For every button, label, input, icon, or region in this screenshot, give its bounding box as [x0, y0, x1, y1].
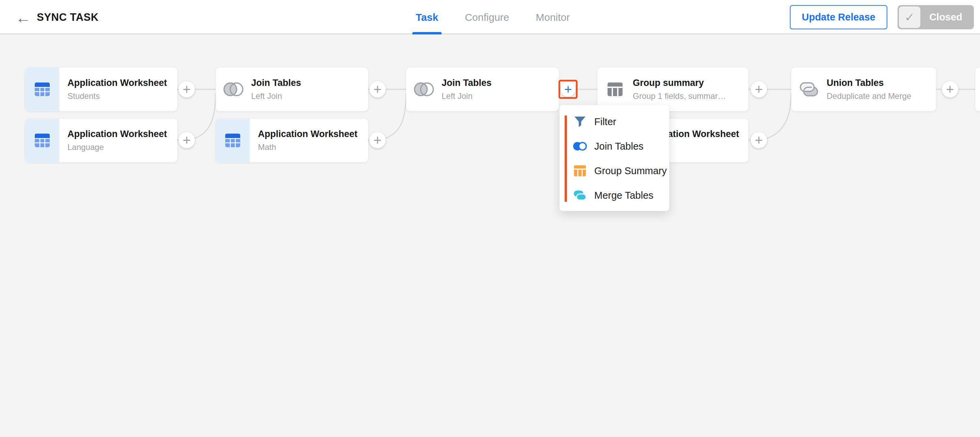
plus-icon: + — [183, 83, 191, 96]
join-icon — [406, 67, 442, 111]
add-step-button[interactable]: + — [942, 81, 958, 97]
group-summary-icon — [573, 165, 587, 176]
node-group-summary[interactable]: Group summary Group 1 fields, summar… — [597, 67, 748, 111]
plus-icon: + — [946, 83, 954, 96]
node-subtitle: Language — [67, 142, 167, 152]
join-tables-icon — [573, 141, 587, 152]
node-title: Group summary — [633, 78, 726, 88]
add-step-button[interactable]: + — [369, 81, 386, 97]
tab-configure[interactable]: Configure — [463, 0, 511, 34]
pipeline-canvas: Application Worksheet Students Join Tabl… — [0, 34, 980, 437]
add-step-button[interactable]: + — [751, 132, 767, 148]
add-step-menu: Filter Join Tables Group Summary — [560, 105, 669, 211]
add-step-button-selected[interactable]: + — [558, 80, 578, 99]
node-title: Application Worksheet — [67, 129, 167, 139]
plus-icon: + — [183, 133, 191, 147]
plus-icon: + — [374, 133, 381, 147]
join-icon — [216, 67, 251, 111]
menu-item-filter[interactable]: Filter — [560, 109, 669, 134]
back-arrow-icon: ← — [16, 9, 31, 26]
table-icon — [25, 67, 59, 111]
toggle-knob: ✓ — [899, 6, 920, 28]
active-tab-indicator — [412, 32, 442, 34]
tab-task[interactable]: Task — [414, 0, 440, 34]
menu-accent-bar — [565, 116, 567, 202]
node-title: Application Worksheet — [258, 129, 358, 139]
closed-toggle-label: Closed — [920, 11, 974, 23]
table-icon — [25, 119, 59, 162]
add-step-button[interactable]: + — [178, 81, 195, 97]
add-step-button[interactable]: + — [751, 81, 767, 97]
node-title: Application Worksheet — [67, 78, 167, 88]
plus-icon: + — [755, 83, 763, 96]
closed-toggle[interactable]: ✓ Closed — [897, 5, 974, 29]
table-icon — [216, 119, 250, 162]
node-title: Union Tables — [827, 78, 911, 88]
add-step-button-active[interactable]: + — [560, 82, 576, 97]
node-union-tables[interactable]: Union Tables Deduplicate and Merge — [791, 67, 936, 111]
node-join-tables-2[interactable]: Join Tables Left Join — [406, 67, 559, 111]
menu-item-group-summary[interactable]: Group Summary — [560, 158, 669, 183]
node-subtitle: Left Join — [251, 91, 301, 101]
plus-icon: + — [564, 83, 572, 96]
node-application-worksheet-math[interactable]: Application Worksheet Math — [216, 119, 368, 162]
tab-monitor[interactable]: Monitor — [534, 0, 572, 34]
add-step-button[interactable]: + — [369, 132, 386, 148]
node-subtitle: Deduplicate and Merge — [827, 91, 911, 101]
node-subtitle: Math — [258, 142, 358, 152]
union-icon — [791, 67, 827, 111]
node-offscreen-right[interactable] — [975, 67, 980, 111]
menu-item-merge-tables[interactable]: Merge Tables — [560, 183, 669, 207]
menu-item-join-tables[interactable]: Join Tables — [560, 134, 669, 158]
node-subtitle: Left Join — [442, 91, 492, 101]
page-title: SYNC TASK — [37, 0, 99, 34]
back-button[interactable]: ← — [14, 8, 33, 27]
update-release-button[interactable]: Update Release — [790, 5, 887, 29]
node-subtitle: Group 1 fields, summar… — [633, 91, 726, 101]
check-icon: ✓ — [904, 10, 915, 24]
merge-tables-icon — [573, 190, 587, 201]
group-summary-icon — [597, 67, 633, 111]
tab-bar: Task Configure Monitor — [414, 0, 572, 34]
node-title: Join Tables — [442, 78, 492, 88]
plus-icon: + — [755, 133, 763, 147]
node-title: Join Tables — [251, 78, 301, 88]
node-join-tables-1[interactable]: Join Tables Left Join — [216, 67, 368, 111]
node-application-worksheet-language[interactable]: Application Worksheet Language — [25, 119, 177, 162]
node-application-worksheet-students[interactable]: Application Worksheet Students — [25, 67, 177, 111]
add-step-button[interactable]: + — [178, 132, 195, 148]
app-header: ← SYNC TASK Task Configure Monitor Updat… — [0, 0, 980, 34]
node-subtitle: Students — [67, 91, 167, 101]
filter-icon — [573, 116, 587, 127]
plus-icon: + — [374, 83, 381, 96]
